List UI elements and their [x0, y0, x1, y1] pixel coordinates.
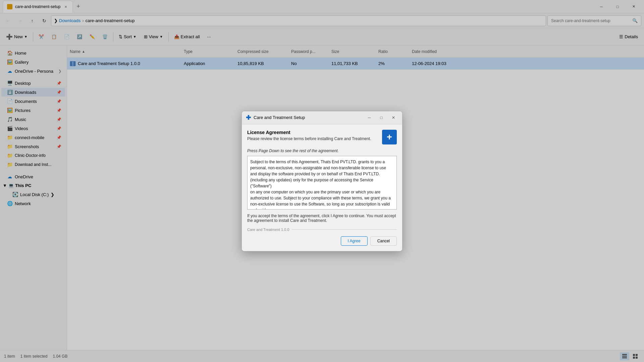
modal-title: Care and Treatment Setup: [254, 115, 362, 120]
license-subtitle: Please review the license terms before i…: [247, 136, 371, 141]
cancel-button[interactable]: Cancel: [370, 236, 397, 246]
i-agree-button[interactable]: I Agree: [341, 236, 368, 246]
license-header: License Agreement Please review the lice…: [247, 130, 397, 144]
modal-buttons: I Agree Cancel: [247, 236, 397, 246]
license-dialog: ✚ Care and Treatment Setup ─ □ ✕ License…: [241, 111, 402, 251]
license-press-note: Press Page Down to see the rest of the a…: [247, 148, 397, 153]
license-body-text: Subject to the terms of this Agreement, …: [250, 160, 391, 209]
license-app-icon: +: [382, 130, 397, 144]
license-footer-text: If you accept the terms of the agreement…: [247, 214, 397, 223]
license-title: License Agreement: [247, 130, 371, 135]
modal-app-icon: ✚: [246, 114, 251, 121]
modal-maximize-button[interactable]: □: [377, 114, 386, 121]
modal-close-button[interactable]: ✕: [389, 114, 398, 121]
version-line: [292, 229, 397, 230]
modal-body: License Agreement Please review the lice…: [242, 124, 402, 251]
license-text-area[interactable]: Subject to the terms of this Agreement, …: [247, 156, 397, 209]
modal-overlay: ✚ Care and Treatment Setup ─ □ ✕ License…: [0, 0, 644, 362]
license-version-bar: Care and Treatment 1.0.0: [247, 228, 397, 232]
modal-titlebar: ✚ Care and Treatment Setup ─ □ ✕: [242, 111, 402, 124]
modal-minimize-button[interactable]: ─: [365, 114, 374, 121]
version-label: Care and Treatment 1.0.0: [247, 228, 289, 232]
